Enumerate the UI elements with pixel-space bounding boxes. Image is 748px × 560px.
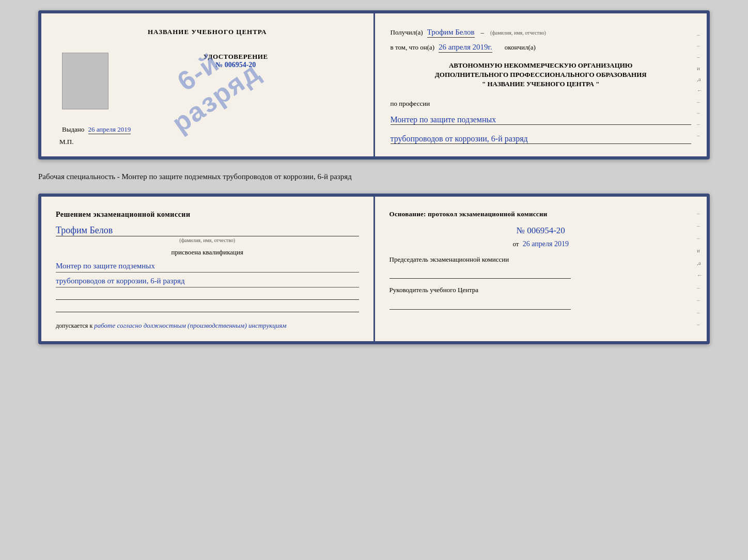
cert-center-title: НАЗВАНИЕ УЧЕБНОГО ЦЕНТРА <box>148 28 267 36</box>
vtom-date: 26 апреля 2019г. <box>439 43 492 53</box>
udost-number: № 006954-20 <box>114 61 358 69</box>
udost-title: УДОСТОВЕРЕНИЕ <box>114 53 358 61</box>
cert-left-panel: НАЗВАНИЕ УЧЕБНОГО ЦЕНТРА 6-й разряд УДОС… <box>41 13 375 156</box>
dopuskaetsya-val: работе согласно должностным (производств… <box>94 322 286 329</box>
chairman-block: Председатель экзаменационной комиссии <box>389 254 693 279</box>
profession-line1: Монтер по защите подземных <box>391 115 692 125</box>
bottom-name: Трофим Белов <box>56 225 359 236</box>
bottom-right-panel: Основание: протокол экзаменационной коми… <box>375 197 707 341</box>
top-certificate: НАЗВАНИЕ УЧЕБНОГО ЦЕНТРА 6-й разряд УДОС… <box>38 10 710 159</box>
director-label: Руководитель учебного Центра <box>389 285 693 295</box>
dopuskaetsya-block: допускается к работе согласно должностны… <box>56 321 359 331</box>
prisvoena-label: присвоена квалификация <box>56 248 359 257</box>
profession-line2: трубопроводов от коррозии, 6-й разряд <box>391 134 692 144</box>
chairman-signature-line <box>389 266 571 279</box>
bottom-name-block: Трофим Белов (фамилия, имя, отчество) <box>56 225 359 243</box>
qual-line1: Монтер по защите подземных <box>56 260 359 273</box>
bottom-left-panel: Решением экзаменационной комиссии Трофим… <box>41 197 375 341</box>
vydano-label: Выдано <box>62 125 84 133</box>
poluchil-name: Трофим Белов <box>427 28 475 38</box>
poluchil-sub: (фамилия, имя, отчество) <box>490 30 546 36</box>
org-name: НАЗВАНИЕ УЧЕБНОГО ЦЕНТРА <box>487 80 594 88</box>
org-line1: АВТОНОМНУЮ НЕКОММЕРЧЕСКУЮ ОРГАНИЗАЦИЮ <box>391 61 692 70</box>
org-quote2: " <box>596 80 599 88</box>
po-professii-label: по профессии <box>391 100 692 108</box>
poluchil-label: Получил(а) <box>391 28 423 37</box>
photo-placeholder <box>62 53 108 109</box>
side-dashes-bottom: – – – и ,а ← – – – – <box>697 197 703 341</box>
org-block: АВТОНОМНУЮ НЕКОММЕРЧЕСКУЮ ОРГАНИЗАЦИЮ ДО… <box>391 61 692 89</box>
mp-line: М.П. <box>57 138 73 146</box>
chairman-label: Председатель экзаменационной комиссии <box>389 254 693 265</box>
org-line2: ДОПОЛНИТЕЛЬНОГО ПРОФЕССИОНАЛЬНОГО ОБРАЗО… <box>391 70 692 79</box>
vtom-label: в том, что он(а) <box>391 43 435 52</box>
specialty-text: Рабочая специальность - Монтер по защите… <box>38 169 710 185</box>
ot-label: от <box>513 240 519 248</box>
vtom-row: в том, что он(а) 26 апреля 2019г. окончи… <box>391 43 692 53</box>
ot-date: 26 апреля 2019 <box>523 240 569 248</box>
udost-block: УДОСТОВЕРЕНИЕ № 006954-20 <box>114 47 358 69</box>
okonchil-label: окончил(а) <box>505 43 536 52</box>
blank-line-1 <box>56 291 359 300</box>
bottom-name-sub: (фамилия, имя, отчество) <box>56 237 359 243</box>
cert-right-panel: Получил(а) Трофим Белов – (фамилия, имя,… <box>375 13 707 156</box>
bottom-title: Решением экзаменационной комиссии <box>56 209 359 220</box>
vydano-line: Выдано 26 апреля 2019 <box>57 125 131 134</box>
director-block: Руководитель учебного Центра <box>389 285 693 310</box>
poluchil-row: Получил(а) Трофим Белов – (фамилия, имя,… <box>391 28 692 38</box>
bottom-certificate: Решением экзаменационной комиссии Трофим… <box>38 194 710 344</box>
ot-line: от 26 апреля 2019 <box>389 240 693 248</box>
vydano-date: 26 апреля 2019 <box>88 125 131 134</box>
blank-line-2 <box>56 303 359 312</box>
org-quote1: " <box>482 80 486 88</box>
qual-line2: трубопроводов от коррозии, 6-й разряд <box>56 275 359 287</box>
director-signature-line <box>389 297 571 310</box>
side-dashes-top: – – – и ,а ← – – – – <box>697 13 703 156</box>
osnov-number: № 006954-20 <box>389 226 693 236</box>
dopuskaetsya-label: допускается к <box>56 322 92 329</box>
bottom-right-title: Основание: протокол экзаменационной коми… <box>389 209 693 219</box>
